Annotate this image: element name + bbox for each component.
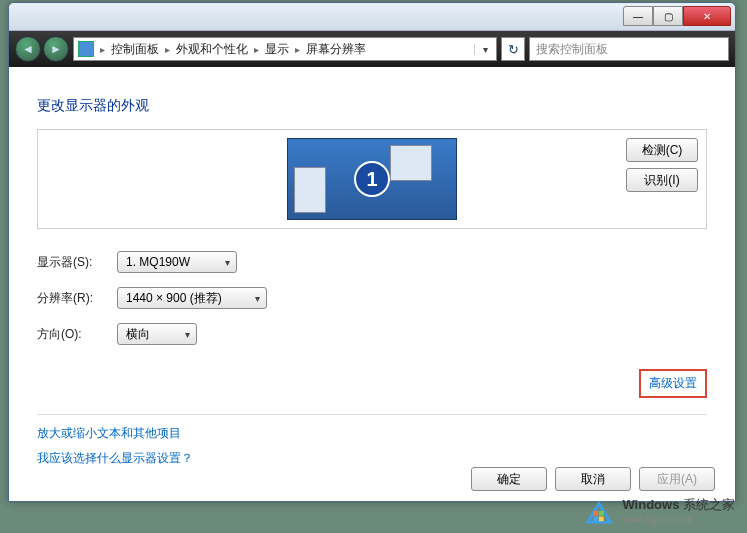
preview-window-icon xyxy=(390,145,432,181)
display-value: 1. MQ190W xyxy=(126,255,190,269)
windows-logo-icon xyxy=(584,498,614,524)
ok-button[interactable]: 确定 xyxy=(471,467,547,491)
orientation-label: 方向(O): xyxy=(37,326,117,343)
advanced-settings-link[interactable]: 高级设置 xyxy=(639,369,707,398)
breadcrumb-item[interactable]: 屏幕分辨率 xyxy=(306,41,366,58)
monitor-number-badge: 1 xyxy=(354,161,390,197)
svg-rect-1 xyxy=(594,511,599,516)
orientation-row: 方向(O): 横向 xyxy=(37,323,707,345)
maximize-button[interactable]: ▢ xyxy=(653,6,683,26)
settings-form: 显示器(S): 1. MQ190W 分辨率(R): 1440 × 900 (推荐… xyxy=(37,251,707,345)
breadcrumb-item[interactable]: 控制面板 xyxy=(111,41,159,58)
breadcrumb[interactable]: ▸ 控制面板 ▸ 外观和个性化 ▸ 显示 ▸ 屏幕分辨率 ▾ xyxy=(73,37,497,61)
preview-side-buttons: 检测(C) 识别(I) xyxy=(626,138,698,192)
orientation-value: 横向 xyxy=(126,326,150,343)
refresh-button[interactable]: ↻ xyxy=(501,37,525,61)
display-preview-panel: 1 检测(C) 识别(I) xyxy=(37,129,707,229)
resolution-row: 分辨率(R): 1440 × 900 (推荐) xyxy=(37,287,707,309)
detect-button[interactable]: 检测(C) xyxy=(626,138,698,162)
navbar: ◄ ► ▸ 控制面板 ▸ 外观和个性化 ▸ 显示 ▸ 屏幕分辨率 ▾ ↻ 搜索控… xyxy=(9,31,735,67)
titlebar: — ▢ ✕ xyxy=(9,3,735,31)
monitor-preview[interactable]: 1 xyxy=(287,138,457,220)
display-dropdown[interactable]: 1. MQ190W xyxy=(117,251,237,273)
chevron-right-icon: ▸ xyxy=(165,44,170,55)
page-title: 更改显示器的外观 xyxy=(37,97,707,115)
breadcrumb-item[interactable]: 显示 xyxy=(265,41,289,58)
minimize-button[interactable]: — xyxy=(623,6,653,26)
divider xyxy=(37,414,707,415)
breadcrumb-dropdown[interactable]: ▾ xyxy=(474,44,492,55)
svg-rect-2 xyxy=(599,511,604,516)
resolution-value: 1440 × 900 (推荐) xyxy=(126,290,222,307)
watermark-url: www.bjjmlv.com xyxy=(622,514,735,525)
footer-buttons: 确定 取消 应用(A) xyxy=(471,467,715,491)
watermark: Windows 系统之家 www.bjjmlv.com xyxy=(584,496,735,525)
text-size-link[interactable]: 放大或缩小文本和其他项目 xyxy=(37,425,707,442)
search-input[interactable]: 搜索控制面板 xyxy=(529,37,729,61)
search-placeholder: 搜索控制面板 xyxy=(536,41,608,58)
control-panel-icon xyxy=(78,41,94,57)
chevron-right-icon: ▸ xyxy=(100,44,105,55)
resolution-dropdown[interactable]: 1440 × 900 (推荐) xyxy=(117,287,267,309)
control-panel-window: — ▢ ✕ ◄ ► ▸ 控制面板 ▸ 外观和个性化 ▸ 显示 ▸ 屏幕分辨率 ▾… xyxy=(8,2,736,502)
resolution-label: 分辨率(R): xyxy=(37,290,117,307)
orientation-dropdown[interactable]: 横向 xyxy=(117,323,197,345)
preview-window-icon xyxy=(294,167,326,213)
identify-button[interactable]: 识别(I) xyxy=(626,168,698,192)
chevron-right-icon: ▸ xyxy=(254,44,259,55)
watermark-text: Windows 系统之家 www.bjjmlv.com xyxy=(622,496,735,525)
display-row: 显示器(S): 1. MQ190W xyxy=(37,251,707,273)
chevron-right-icon: ▸ xyxy=(295,44,300,55)
advanced-link-row: 高级设置 xyxy=(37,369,707,398)
svg-rect-4 xyxy=(599,516,604,521)
back-button[interactable]: ◄ xyxy=(15,36,41,62)
watermark-brand: Windows xyxy=(622,497,679,512)
help-links: 放大或缩小文本和其他项目 我应该选择什么显示器设置？ xyxy=(37,425,707,467)
content-area: 更改显示器的外观 1 检测(C) 识别(I) 显示器(S): 1. MQ190W xyxy=(9,67,735,501)
watermark-suffix: 系统之家 xyxy=(683,497,735,512)
which-display-link[interactable]: 我应该选择什么显示器设置？ xyxy=(37,450,707,467)
apply-button[interactable]: 应用(A) xyxy=(639,467,715,491)
forward-button[interactable]: ► xyxy=(43,36,69,62)
nav-arrows: ◄ ► xyxy=(15,36,69,62)
close-button[interactable]: ✕ xyxy=(683,6,731,26)
svg-rect-3 xyxy=(594,516,599,521)
breadcrumb-item[interactable]: 外观和个性化 xyxy=(176,41,248,58)
display-label: 显示器(S): xyxy=(37,254,117,271)
cancel-button[interactable]: 取消 xyxy=(555,467,631,491)
